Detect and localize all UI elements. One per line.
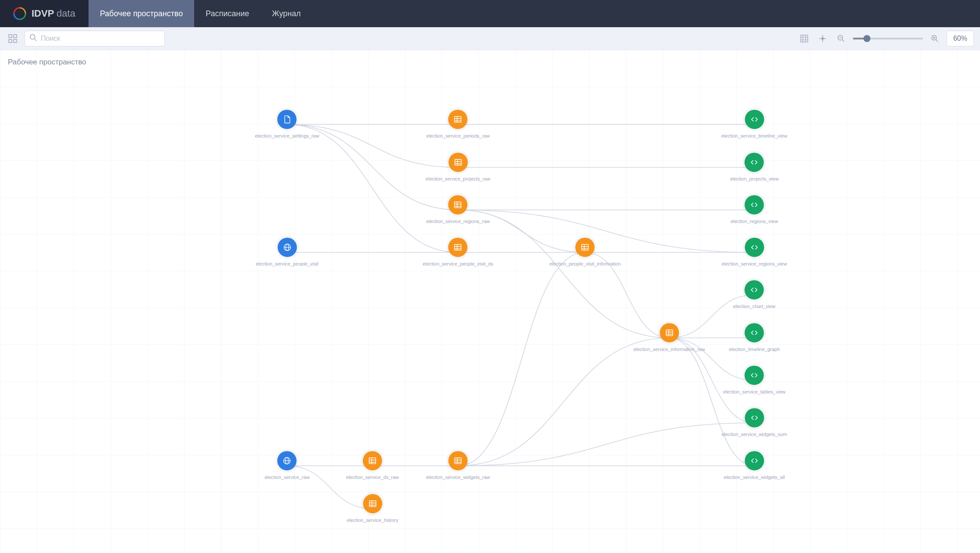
table-icon (575, 238, 595, 257)
node-label: election_service_widgets_all (724, 475, 785, 480)
node-label: election_regions_view (731, 219, 778, 224)
table-icon (448, 195, 468, 214)
code-icon (745, 280, 764, 299)
svg-rect-44 (666, 330, 673, 336)
node-label: election_service_widgets_raw (426, 475, 490, 480)
table-icon (660, 323, 679, 342)
node-label: election_service_regions_view (721, 261, 787, 267)
svg-rect-6 (801, 35, 808, 42)
graph-node-n_regions_raw[interactable]: election_service_regions_raw (426, 195, 490, 224)
search-input[interactable] (41, 35, 160, 43)
code-icon (745, 365, 764, 385)
node-label: election_service_tables_view (723, 389, 785, 395)
file-icon (277, 110, 297, 129)
code-icon (745, 238, 764, 257)
svg-line-18 (936, 40, 938, 42)
code-icon (745, 152, 764, 172)
graph-node-n_tl_graph[interactable]: election_timeline_graph (729, 323, 780, 352)
graph-node-n_projects[interactable]: election_service_projects_raw (426, 152, 490, 182)
graph-node-n_settings[interactable]: election_service_settings_raw (255, 110, 320, 139)
code-icon (745, 408, 764, 427)
graph-node-n_ds_raw[interactable]: election_service_ds_raw (346, 451, 399, 480)
app-header: IDVP data Рабочее пространствоРасписание… (0, 0, 980, 27)
svg-rect-55 (454, 458, 461, 464)
graph-edge (458, 423, 754, 466)
svg-rect-36 (454, 245, 461, 250)
node-label: election_service_periods_raw (426, 133, 490, 139)
node-label: election_service_people_visit_ds (423, 261, 494, 267)
graph-node-n_projects_v[interactable]: election_projects_view (730, 152, 779, 182)
graph-node-n_widgets_raw[interactable]: election_service_widgets_raw (426, 451, 490, 480)
svg-rect-40 (582, 245, 588, 250)
top-nav: Рабочее пространствоРасписаниеЖурнал (89, 0, 312, 27)
graph-node-n_info_raw[interactable]: election_service_information_raw (633, 323, 705, 352)
zoom-out-icon[interactable] (834, 32, 848, 45)
node-label: election_people_visit_information (550, 261, 621, 267)
code-icon (745, 195, 764, 214)
graph-node-n_people_visit[interactable]: election_service_people_visit (256, 238, 318, 267)
snap-grid-icon[interactable] (798, 32, 811, 45)
svg-rect-2 (9, 39, 12, 43)
table-icon (448, 152, 468, 172)
svg-rect-3 (14, 39, 17, 43)
grid-view-icon[interactable] (6, 32, 19, 45)
graph-node-n_tables_v[interactable]: election_service_tables_view (723, 365, 785, 395)
node-label: election_service_timeline_view (721, 133, 787, 139)
graph-edge (458, 338, 669, 466)
node-label: election_service_projects_raw (426, 176, 490, 182)
table-icon (363, 451, 382, 470)
logo-icon (13, 7, 26, 20)
node-label: election_service_widgets_sum (721, 432, 787, 437)
brand-light: data (57, 8, 75, 19)
node-label: election_service_ds_raw (346, 475, 399, 480)
node-label: election_service_history (347, 518, 398, 523)
zoom-slider[interactable] (853, 38, 923, 39)
node-label: election_projects_view (730, 176, 779, 182)
zoom-in-icon[interactable] (928, 32, 941, 45)
svg-rect-29 (454, 202, 461, 208)
node-label: election_service_regions_raw (426, 219, 490, 224)
nav-item-2[interactable]: Журнал (261, 0, 312, 27)
graph-node-n_widgets_sum[interactable]: election_service_widgets_sum (721, 408, 787, 437)
svg-rect-59 (369, 501, 376, 507)
graph-node-n_regions_v[interactable]: election_regions_view (731, 195, 778, 224)
code-icon (745, 110, 764, 129)
workspace-toolbar: 60% (0, 27, 980, 50)
search-icon (29, 34, 37, 43)
fit-screen-icon[interactable] (816, 32, 829, 45)
node-label: election_chart_view (733, 304, 776, 309)
table-icon (448, 110, 468, 129)
brand-text: IDVP data (32, 8, 75, 19)
code-icon (745, 323, 764, 342)
web-icon (277, 451, 297, 470)
graph-edge (458, 210, 669, 338)
brand-block: IDVP data (0, 0, 89, 27)
web-icon (277, 238, 297, 257)
table-icon (363, 494, 382, 513)
zoom-value[interactable]: 60% (947, 31, 974, 46)
graph-edge (669, 338, 754, 466)
graph-node-n_people_ds[interactable]: election_service_people_visit_ds (423, 238, 494, 267)
svg-rect-51 (369, 458, 376, 464)
nav-item-0[interactable]: Рабочее пространство (89, 0, 194, 27)
svg-line-5 (35, 39, 37, 41)
brand-strong: IDVP (32, 8, 54, 19)
svg-rect-21 (454, 117, 461, 122)
graph-node-n_raw[interactable]: election_service_raw (265, 451, 310, 480)
graph-node-n_tl_view[interactable]: election_service_timeline_view (721, 110, 787, 139)
table-icon (448, 238, 468, 257)
graph-node-n_history[interactable]: election_service_history (347, 494, 398, 523)
graph-node-n_chart_v[interactable]: election_chart_view (733, 280, 776, 309)
svg-rect-25 (454, 160, 461, 165)
node-label: election_service_raw (265, 475, 310, 480)
graph-node-n_svc_regions_v[interactable]: election_service_regions_view (721, 238, 787, 267)
graph-node-n_people_info[interactable]: election_people_visit_information (550, 238, 621, 267)
table-icon (448, 451, 468, 470)
graph-node-n_widgets_all[interactable]: election_service_widgets_all (724, 451, 785, 480)
node-label: election_service_information_raw (633, 347, 705, 352)
graph-node-n_periods[interactable]: election_service_periods_raw (426, 110, 490, 139)
nav-item-1[interactable]: Расписание (194, 0, 260, 27)
workspace-canvas-area[interactable]: Рабочее пространство election_service_se… (0, 50, 980, 553)
search-box (25, 31, 165, 46)
code-icon (745, 451, 764, 470)
